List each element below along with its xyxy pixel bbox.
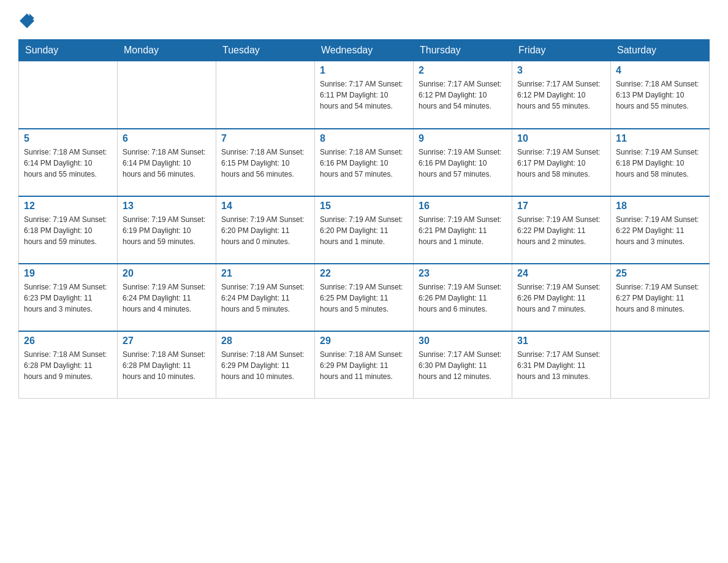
day-info: Sunrise: 7:17 AM Sunset: 6:11 PM Dayligh… <box>320 79 408 112</box>
calendar-header-friday: Friday <box>512 40 611 61</box>
day-info: Sunrise: 7:17 AM Sunset: 6:31 PM Dayligh… <box>517 349 605 382</box>
calendar-header-sunday: Sunday <box>19 40 118 61</box>
calendar-header-saturday: Saturday <box>611 40 710 61</box>
calendar-cell <box>19 61 118 129</box>
day-number: 24 <box>517 268 605 279</box>
calendar-cell: 5Sunrise: 7:18 AM Sunset: 6:14 PM Daylig… <box>19 129 118 196</box>
day-info: Sunrise: 7:18 AM Sunset: 6:14 PM Dayligh… <box>24 147 112 180</box>
calendar-header-row: SundayMondayTuesdayWednesdayThursdayFrid… <box>19 40 710 61</box>
day-number: 26 <box>24 335 112 347</box>
calendar-cell: 23Sunrise: 7:19 AM Sunset: 6:26 PM Dayli… <box>414 264 512 331</box>
calendar-cell: 30Sunrise: 7:17 AM Sunset: 6:30 PM Dayli… <box>414 331 512 399</box>
day-info: Sunrise: 7:19 AM Sunset: 6:20 PM Dayligh… <box>221 214 309 247</box>
day-info: Sunrise: 7:19 AM Sunset: 6:16 PM Dayligh… <box>419 147 507 180</box>
calendar-cell: 2Sunrise: 7:17 AM Sunset: 6:12 PM Daylig… <box>414 61 512 129</box>
day-number: 31 <box>517 335 605 347</box>
calendar-week-row: 12Sunrise: 7:19 AM Sunset: 6:18 PM Dayli… <box>19 196 710 264</box>
calendar-week-row: 26Sunrise: 7:18 AM Sunset: 6:28 PM Dayli… <box>19 331 710 399</box>
calendar-cell: 20Sunrise: 7:19 AM Sunset: 6:24 PM Dayli… <box>118 264 216 331</box>
day-number: 18 <box>616 201 704 212</box>
day-info: Sunrise: 7:18 AM Sunset: 6:29 PM Dayligh… <box>221 349 309 382</box>
page-header <box>18 12 710 33</box>
calendar-week-row: 19Sunrise: 7:19 AM Sunset: 6:23 PM Dayli… <box>19 264 710 331</box>
calendar-cell: 31Sunrise: 7:17 AM Sunset: 6:31 PM Dayli… <box>512 331 611 399</box>
calendar-cell: 8Sunrise: 7:18 AM Sunset: 6:16 PM Daylig… <box>315 129 414 196</box>
day-number: 23 <box>419 268 507 279</box>
day-info: Sunrise: 7:19 AM Sunset: 6:21 PM Dayligh… <box>419 214 507 247</box>
logo-text <box>18 12 36 33</box>
day-info: Sunrise: 7:19 AM Sunset: 6:24 PM Dayligh… <box>221 282 309 315</box>
day-info: Sunrise: 7:19 AM Sunset: 6:22 PM Dayligh… <box>616 214 704 247</box>
calendar-cell: 4Sunrise: 7:18 AM Sunset: 6:13 PM Daylig… <box>611 61 710 129</box>
day-info: Sunrise: 7:19 AM Sunset: 6:17 PM Dayligh… <box>517 147 605 180</box>
day-number: 9 <box>419 133 507 144</box>
day-info: Sunrise: 7:18 AM Sunset: 6:28 PM Dayligh… <box>24 349 112 382</box>
day-number: 19 <box>24 268 112 279</box>
day-number: 1 <box>320 65 408 76</box>
day-info: Sunrise: 7:18 AM Sunset: 6:15 PM Dayligh… <box>221 147 309 180</box>
day-info: Sunrise: 7:17 AM Sunset: 6:12 PM Dayligh… <box>419 79 507 112</box>
day-info: Sunrise: 7:17 AM Sunset: 6:12 PM Dayligh… <box>517 79 605 112</box>
day-number: 12 <box>24 201 112 212</box>
day-number: 14 <box>221 201 309 212</box>
day-number: 15 <box>320 201 408 212</box>
calendar-cell: 12Sunrise: 7:19 AM Sunset: 6:18 PM Dayli… <box>19 196 118 264</box>
calendar-week-row: 5Sunrise: 7:18 AM Sunset: 6:14 PM Daylig… <box>19 129 710 196</box>
day-info: Sunrise: 7:18 AM Sunset: 6:29 PM Dayligh… <box>320 349 408 382</box>
day-number: 7 <box>221 133 309 144</box>
day-number: 4 <box>616 65 704 76</box>
calendar-cell: 29Sunrise: 7:18 AM Sunset: 6:29 PM Dayli… <box>315 331 414 399</box>
calendar-header-monday: Monday <box>118 40 216 61</box>
day-number: 2 <box>419 65 507 76</box>
calendar-header-tuesday: Tuesday <box>216 40 315 61</box>
day-info: Sunrise: 7:19 AM Sunset: 6:26 PM Dayligh… <box>419 282 507 315</box>
calendar-cell: 10Sunrise: 7:19 AM Sunset: 6:17 PM Dayli… <box>512 129 611 196</box>
day-number: 11 <box>616 133 704 144</box>
calendar-cell: 13Sunrise: 7:19 AM Sunset: 6:19 PM Dayli… <box>118 196 216 264</box>
logo-flag-icon <box>18 12 36 29</box>
day-info: Sunrise: 7:18 AM Sunset: 6:16 PM Dayligh… <box>320 147 408 180</box>
calendar-cell: 27Sunrise: 7:18 AM Sunset: 6:28 PM Dayli… <box>118 331 216 399</box>
calendar-cell: 21Sunrise: 7:19 AM Sunset: 6:24 PM Dayli… <box>216 264 315 331</box>
day-info: Sunrise: 7:19 AM Sunset: 6:18 PM Dayligh… <box>24 214 112 247</box>
day-number: 6 <box>123 133 211 144</box>
day-number: 27 <box>123 335 211 347</box>
calendar-week-row: 1Sunrise: 7:17 AM Sunset: 6:11 PM Daylig… <box>19 61 710 129</box>
calendar-cell: 9Sunrise: 7:19 AM Sunset: 6:16 PM Daylig… <box>414 129 512 196</box>
calendar-cell: 16Sunrise: 7:19 AM Sunset: 6:21 PM Dayli… <box>414 196 512 264</box>
day-info: Sunrise: 7:19 AM Sunset: 6:26 PM Dayligh… <box>517 282 605 315</box>
day-number: 8 <box>320 133 408 144</box>
calendar-cell: 11Sunrise: 7:19 AM Sunset: 6:18 PM Dayli… <box>611 129 710 196</box>
logo <box>18 12 36 33</box>
day-number: 21 <box>221 268 309 279</box>
calendar-header-thursday: Thursday <box>414 40 512 61</box>
day-number: 20 <box>123 268 211 279</box>
day-number: 22 <box>320 268 408 279</box>
day-number: 28 <box>221 335 309 347</box>
calendar-cell <box>611 331 710 399</box>
calendar-cell: 28Sunrise: 7:18 AM Sunset: 6:29 PM Dayli… <box>216 331 315 399</box>
calendar-cell: 14Sunrise: 7:19 AM Sunset: 6:20 PM Dayli… <box>216 196 315 264</box>
day-info: Sunrise: 7:19 AM Sunset: 6:18 PM Dayligh… <box>616 147 704 180</box>
day-number: 29 <box>320 335 408 347</box>
day-info: Sunrise: 7:18 AM Sunset: 6:13 PM Dayligh… <box>616 79 704 112</box>
day-number: 3 <box>517 65 605 76</box>
day-info: Sunrise: 7:17 AM Sunset: 6:30 PM Dayligh… <box>419 349 507 382</box>
day-number: 10 <box>517 133 605 144</box>
day-info: Sunrise: 7:19 AM Sunset: 6:27 PM Dayligh… <box>616 282 704 315</box>
day-info: Sunrise: 7:19 AM Sunset: 6:25 PM Dayligh… <box>320 282 408 315</box>
calendar-cell <box>118 61 216 129</box>
day-info: Sunrise: 7:18 AM Sunset: 6:28 PM Dayligh… <box>123 349 211 382</box>
calendar-cell: 17Sunrise: 7:19 AM Sunset: 6:22 PM Dayli… <box>512 196 611 264</box>
calendar-cell: 22Sunrise: 7:19 AM Sunset: 6:25 PM Dayli… <box>315 264 414 331</box>
day-number: 16 <box>419 201 507 212</box>
svg-marker-0 <box>20 13 34 28</box>
day-number: 25 <box>616 268 704 279</box>
calendar-cell: 25Sunrise: 7:19 AM Sunset: 6:27 PM Dayli… <box>611 264 710 331</box>
calendar-cell <box>216 61 315 129</box>
calendar-cell: 18Sunrise: 7:19 AM Sunset: 6:22 PM Dayli… <box>611 196 710 264</box>
day-info: Sunrise: 7:18 AM Sunset: 6:14 PM Dayligh… <box>123 147 211 180</box>
calendar-header-wednesday: Wednesday <box>315 40 414 61</box>
calendar-cell: 1Sunrise: 7:17 AM Sunset: 6:11 PM Daylig… <box>315 61 414 129</box>
day-info: Sunrise: 7:19 AM Sunset: 6:24 PM Dayligh… <box>123 282 211 315</box>
